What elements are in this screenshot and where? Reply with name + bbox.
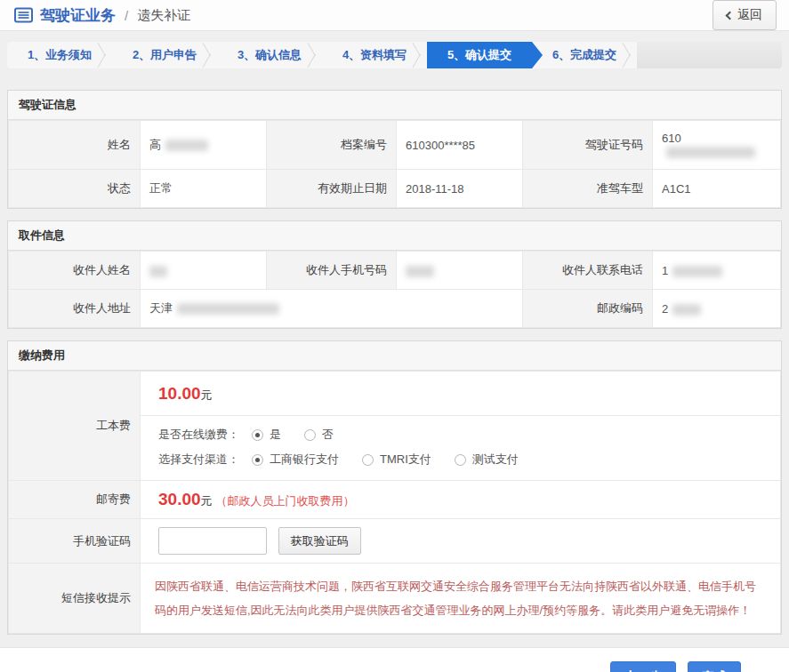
file-number-value-cell: 610300****85 (397, 121, 523, 170)
status-value-cell: 正常 (141, 170, 267, 208)
fee-label-cell: 工本费 (9, 372, 141, 481)
license-number-label-cell: 驾驶证号码 (523, 121, 653, 170)
expiry-label-cell: 有效期止日期 (267, 170, 397, 208)
masked-value (177, 303, 279, 315)
license-business-icon (14, 7, 33, 23)
recipient-name-value-cell (141, 252, 267, 290)
back-chevron-icon (726, 11, 735, 20)
license-number-value-cell: 610 (653, 121, 781, 170)
radio-selected-icon (252, 454, 263, 466)
masked-value (406, 266, 434, 277)
table-row: 工本费 10.00元 是否在线缴费： 是 (9, 372, 781, 481)
masked-value (165, 140, 208, 151)
captcha-label-cell: 手机验证码 (9, 519, 141, 564)
radio-unselected-icon (455, 454, 466, 466)
steps-bar: 1、业务须知 2、用户申告 3、确认信息 4、资料填写 5、确认提交 6、完成提… (7, 42, 782, 68)
fee-amount-unit: 元 (201, 388, 213, 402)
table-row: 状态 正常 有效期止日期 2018-11-18 准驾车型 A1C1 (9, 170, 781, 208)
recipient-address-value-cell: 天津 (141, 290, 523, 328)
recipient-phone-value-cell: 1 (653, 252, 781, 290)
step-tab-2[interactable]: 2、用户申告 (112, 42, 217, 68)
sms-tip-content-cell: 因陕西省联通、电信运营商技术问题，陕西省互联网交通安全综合服务管理平台无法向持陕… (141, 564, 781, 634)
page-title: 驾驶证业务 (40, 5, 116, 26)
recipient-name-label-cell: 收件人姓名 (9, 252, 141, 290)
recipient-phone-label-cell: 收件人联系电话 (523, 252, 653, 290)
expiry-value-cell: 2018-11-18 (397, 170, 523, 208)
previous-step-button[interactable]: 上一步 (610, 661, 676, 672)
radio-online-yes[interactable]: 是 (252, 427, 281, 443)
license-info-table: 姓名 高 档案编号 610300****85 驾驶证号码 610 状态 正常 有… (8, 120, 781, 208)
postage-content-cell: 30.00元（邮政人员上门收取费用） (141, 481, 781, 519)
masked-value (666, 147, 755, 158)
vehicle-class-label-cell: 准驾车型 (523, 170, 653, 208)
masked-value (149, 266, 167, 277)
radio-online-no[interactable]: 否 (304, 427, 334, 443)
pickup-panel-title: 取件信息 (8, 221, 781, 251)
recipient-address-label-cell: 收件人地址 (9, 290, 141, 328)
online-payment-question: 是否在线缴费： (158, 427, 239, 443)
recipient-mobile-value-cell (397, 252, 523, 290)
postage-label-cell: 邮寄费 (9, 481, 141, 519)
back-button-label: 返回 (737, 7, 762, 23)
radio-label: 是 (270, 427, 281, 443)
step-tab-3[interactable]: 3、确认信息 (217, 42, 322, 68)
steps-bar-filler (637, 42, 782, 68)
radio-channel-icbc[interactable]: 工商银行支付 (252, 452, 339, 468)
radio-channel-test[interactable]: 测试支付 (455, 452, 519, 468)
radio-label: 测试支付 (472, 452, 519, 468)
captcha-content-cell: 获取验证码 (141, 519, 781, 564)
table-row: 手机验证码 获取验证码 (9, 519, 781, 564)
vehicle-class-value-cell: A1C1 (653, 170, 781, 208)
payment-panel: 缴纳费用 工本费 10.00元 是否在线缴费： 是 (7, 340, 782, 635)
postage-amount-value: 30.00 (158, 490, 201, 508)
fee-amount: 10.00元 (141, 372, 780, 416)
step-tab-1[interactable]: 1、业务须知 (7, 42, 112, 68)
radio-selected-icon (252, 429, 263, 441)
fee-amount-value: 10.00 (158, 384, 201, 403)
status-label-cell: 状态 (9, 170, 141, 208)
get-captcha-button[interactable]: 获取验证码 (278, 527, 361, 555)
online-payment-question-row: 是否在线缴费： 是 否 (158, 427, 762, 443)
table-row: 短信接收提示 因陕西省联通、电信运营商技术问题，陕西省互联网交通安全综合服务管理… (9, 564, 781, 634)
radio-unselected-icon (362, 454, 374, 466)
table-row: 收件人姓名 收件人手机号码 收件人联系电话 1 (9, 252, 781, 290)
postage-note: （邮政人员上门收取费用） (216, 494, 355, 508)
name-value-cell: 高 (141, 121, 267, 170)
table-row: 姓名 高 档案编号 610300****85 驾驶证号码 610 (9, 121, 781, 170)
sms-tip-label-cell: 短信接收提示 (9, 564, 141, 634)
radio-label: 工商银行支付 (270, 452, 339, 468)
page-header: 驾驶证业务 / 遗失补证 返回 (0, 0, 789, 31)
payment-channel-question: 选择支付渠道： (158, 452, 239, 468)
radio-unselected-icon (304, 429, 316, 441)
step-tab-5-active[interactable]: 5、确认提交 (427, 42, 532, 68)
license-panel-title: 驾驶证信息 (8, 91, 781, 120)
zip-code-label-cell: 邮政编码 (523, 290, 653, 328)
radio-label: 否 (322, 427, 334, 443)
payment-channel-question-row: 选择支付渠道： 工商银行支付 TMRI支付 测试支付 (158, 452, 762, 468)
breadcrumb-subtitle: 遗失补证 (137, 7, 190, 24)
zip-code-value-cell: 2 (653, 290, 781, 328)
recipient-mobile-label-cell: 收件人手机号码 (267, 252, 397, 290)
payment-panel-title: 缴纳费用 (8, 341, 781, 371)
masked-value (672, 304, 701, 316)
postage-amount-unit: 元 (201, 494, 213, 508)
name-label-cell: 姓名 (9, 121, 141, 170)
finish-button[interactable]: 完成 (688, 661, 741, 672)
radio-label: TMRI支付 (380, 452, 431, 468)
radio-channel-tmri[interactable]: TMRI支付 (362, 452, 431, 468)
footer-bar: 上一步 完成 (0, 647, 789, 672)
sms-notice-text: 因陕西省联通、电信运营商技术问题，陕西省互联网交通安全综合服务管理平台无法向持陕… (155, 574, 766, 622)
masked-value (672, 266, 722, 277)
step-tab-4[interactable]: 4、资料填写 (322, 42, 427, 68)
back-button[interactable]: 返回 (713, 0, 777, 30)
step-tab-6[interactable]: 6、完成提交 (532, 42, 637, 68)
table-row: 收件人地址 天津 邮政编码 2 (9, 290, 781, 328)
pickup-info-table: 收件人姓名 收件人手机号码 收件人联系电话 1 收件人地址 天津 邮政编码 2 (8, 251, 781, 328)
pickup-info-panel: 取件信息 收件人姓名 收件人手机号码 收件人联系电话 1 收件人地址 天津 邮政… (7, 220, 782, 329)
fee-content-cell: 10.00元 是否在线缴费： 是 否 (141, 372, 781, 481)
breadcrumb-divider: / (125, 8, 128, 23)
license-info-panel: 驾驶证信息 姓名 高 档案编号 610300****85 驾驶证号码 610 状… (7, 90, 782, 209)
file-number-label-cell: 档案编号 (267, 121, 397, 170)
captcha-input[interactable] (158, 527, 267, 555)
payment-table: 工本费 10.00元 是否在线缴费： 是 (8, 371, 781, 634)
